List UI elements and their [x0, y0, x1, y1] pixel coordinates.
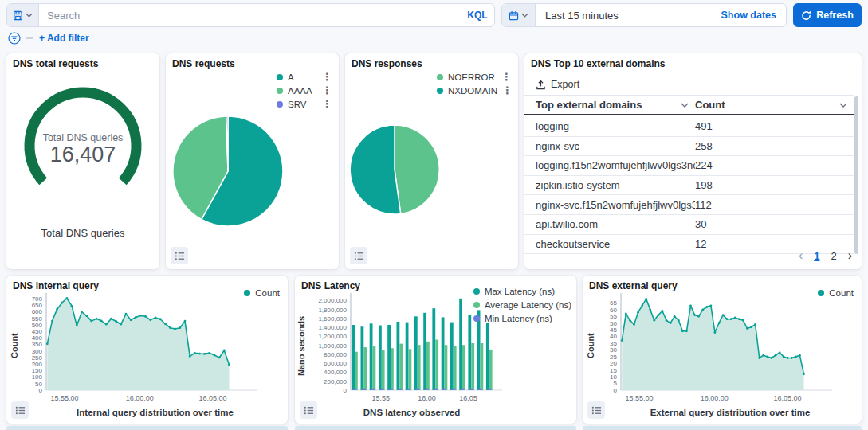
legend-toggle-button[interactable]: [11, 401, 29, 419]
count-cell: 30: [695, 218, 854, 230]
legend-item-menu-icon[interactable]: ⋮: [322, 73, 332, 81]
svg-text:0: 0: [614, 387, 618, 394]
legend-label: SRV: [288, 100, 306, 109]
pie-slice-nxdomain[interactable]: [350, 125, 400, 214]
svg-text:450: 450: [32, 328, 43, 335]
svg-text:10: 10: [610, 373, 617, 381]
query-bar: KQL Last 15 minutes Show dates Refresh: [6, 3, 862, 27]
svg-text:40: 40: [610, 333, 617, 340]
svg-text:1,800,000: 1,800,000: [318, 307, 347, 314]
svg-text:400,000: 400,000: [324, 369, 347, 376]
domain-cell: nginx-svc: [524, 140, 695, 152]
pie-legend: A⋮AAAA⋮SRV⋮: [277, 72, 332, 109]
gauge-center-value: 16,407: [6, 143, 159, 167]
legend-item[interactable]: A⋮: [277, 72, 332, 82]
refresh-label: Refresh: [816, 10, 854, 21]
query-language-selector[interactable]: KQL: [461, 4, 494, 26]
svg-text:1,600,000: 1,600,000: [318, 315, 347, 322]
add-filter-link[interactable]: + Add filter: [39, 33, 89, 44]
legend-item[interactable]: AAAA⋮: [277, 86, 332, 96]
internal-query-area-chart[interactable]: 0501001502002503003504004505005506006507…: [6, 288, 288, 409]
pagination-next-icon[interactable]: ›: [848, 248, 852, 263]
legend-item[interactable]: Max Latency (ns): [473, 287, 571, 296]
show-dates-link[interactable]: Show dates: [721, 4, 786, 26]
table-row: logging491: [524, 117, 854, 137]
time-range-value[interactable]: Last 15 minutes: [536, 4, 721, 26]
legend-label: Count: [255, 288, 280, 298]
legend-dot: [277, 74, 283, 80]
legend-toggle-button[interactable]: [171, 247, 188, 264]
svg-text:60: 60: [610, 307, 617, 314]
legend-toggle-button[interactable]: [350, 247, 367, 264]
pagination-prev-icon[interactable]: ‹: [799, 248, 803, 263]
table-row: logging.f15n2womfujehfjlwv0lgs3nog....22…: [524, 156, 854, 176]
legend-item[interactable]: Count: [244, 288, 280, 298]
svg-text:16:00:00: 16:00:00: [126, 394, 154, 402]
page-2-button[interactable]: 2: [831, 250, 836, 262]
legend-item-menu-icon[interactable]: ⋮: [322, 87, 332, 95]
svg-text:500: 500: [32, 322, 43, 329]
chart-bottom-title: Internal query distribution over time: [30, 408, 280, 417]
legend-item[interactable]: Average Latency (ns): [473, 300, 571, 310]
save-icon: [13, 10, 23, 21]
legend-toggle-button[interactable]: [300, 401, 317, 419]
table-row: nginx-svc.f15n2womfujehfjlwv0lgs3no...11…: [524, 195, 854, 215]
svg-text:30: 30: [610, 346, 617, 354]
gauge-bottom-label: Total DNS queries: [6, 227, 159, 239]
legend-label: Average Latency (ns): [485, 300, 571, 310]
legend-item-menu-icon[interactable]: ⋮: [501, 73, 512, 81]
legend-item[interactable]: NXDOMAIN⋮: [437, 86, 512, 96]
table-row: zipkin.istio-system198: [524, 176, 854, 196]
chart-legend: Count: [818, 288, 854, 298]
domain-cell: api.twilio.com: [524, 218, 695, 230]
legend-item-menu-icon[interactable]: ⋮: [322, 100, 332, 108]
svg-text:600,000: 600,000: [324, 360, 347, 367]
column-header-domains[interactable]: Top external domains: [524, 99, 695, 111]
legend-item-menu-icon[interactable]: ⋮: [502, 87, 513, 95]
table-header-row: Top external domains Count: [524, 95, 854, 115]
svg-text:15:55: 15:55: [372, 394, 391, 402]
table-scrollbar[interactable]: [854, 96, 858, 254]
svg-text:65: 65: [610, 299, 617, 307]
pie-slice-noerror[interactable]: [395, 125, 439, 214]
legend-label: Max Latency (ns): [485, 287, 555, 296]
svg-text:15:55:00: 15:55:00: [625, 394, 653, 402]
export-button[interactable]: Export: [536, 79, 579, 90]
export-label: Export: [551, 79, 579, 90]
filter-divider: [26, 37, 33, 39]
svg-text:200: 200: [32, 361, 43, 368]
legend-label: NOERROR: [448, 72, 495, 82]
date-quick-menu-button[interactable]: [502, 4, 536, 26]
search-input[interactable]: [39, 4, 461, 26]
legend-item[interactable]: NOERROR⋮: [437, 72, 512, 82]
svg-text:16:00: 16:00: [418, 394, 436, 402]
svg-text:300: 300: [32, 348, 43, 355]
legend-item[interactable]: Min Latency (ns): [473, 314, 571, 323]
filter-icon[interactable]: [8, 32, 21, 45]
legend-item[interactable]: Count: [818, 288, 854, 298]
svg-text:1,000,000: 1,000,000: [318, 342, 347, 350]
column-header-count[interactable]: Count: [695, 99, 854, 111]
domain-cell: zipkin.istio-system: [524, 179, 695, 191]
legend-label: A: [288, 72, 294, 82]
svg-text:800,000: 800,000: [324, 351, 347, 358]
refresh-button[interactable]: Refresh: [793, 3, 862, 27]
count-cell: 112: [695, 199, 854, 211]
external-query-area-chart[interactable]: 0510152025303540455055606515:55:0016:00:…: [583, 288, 862, 409]
svg-text:350: 350: [32, 341, 43, 348]
legend-item[interactable]: SRV⋮: [277, 100, 332, 109]
legend-label: Min Latency (ns): [485, 314, 552, 323]
svg-text:45: 45: [610, 326, 617, 334]
chevron-down-icon[interactable]: [681, 103, 689, 108]
legend-dot: [277, 101, 283, 108]
svg-text:0: 0: [39, 387, 43, 394]
legend-dot: [437, 88, 443, 94]
page-1-button[interactable]: 1: [814, 250, 819, 262]
filter-bar: + Add filter: [8, 32, 89, 45]
saved-query-menu-button[interactable]: [7, 4, 39, 26]
chevron-down-icon[interactable]: [839, 103, 847, 108]
column-header-label: Top external domains: [536, 99, 642, 111]
svg-text:16:00:00: 16:00:00: [701, 394, 729, 402]
legend-toggle-button[interactable]: [587, 401, 605, 419]
svg-text:15:55:00: 15:55:00: [50, 394, 78, 402]
